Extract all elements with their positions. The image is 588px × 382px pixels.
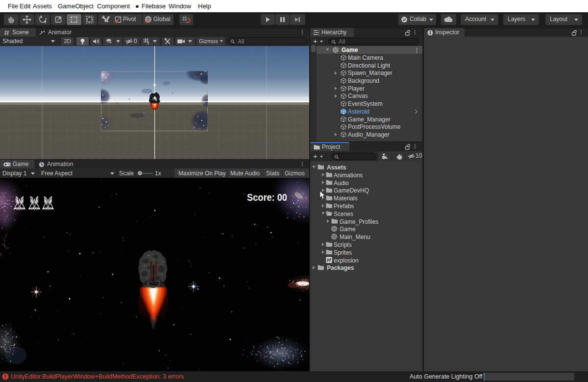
svg-text:Spawn_Manager: Spawn_Manager [348, 70, 392, 76]
svg-text:GameDevHQ: GameDevHQ [334, 187, 369, 194]
svg-text:Directional Light: Directional Light [348, 62, 391, 69]
svg-text:PostProcessVolume: PostProcessVolume [348, 123, 401, 130]
svg-text:Asteroid: Asteroid [348, 108, 369, 115]
svg-text:Sprites: Sprites [334, 249, 352, 256]
svg-text:Main_Menu: Main_Menu [340, 234, 370, 240]
svg-text:Main Camera: Main Camera [348, 54, 383, 61]
svg-text:Materials: Materials [334, 195, 358, 202]
svg-text:Score: 00: Score: 00 [247, 192, 287, 203]
svg-text:Game_Manager: Game_Manager [348, 116, 391, 122]
svg-text:Assets: Assets [327, 164, 346, 171]
svg-text:Animations: Animations [334, 172, 363, 179]
svg-text:Audio_Manager: Audio_Manager [348, 131, 390, 138]
svg-text:Game_Profiles: Game_Profiles [340, 218, 378, 225]
svg-text:⋮: ⋮ [414, 48, 419, 53]
svg-text:Background: Background [348, 77, 379, 84]
svg-text:Prefabs: Prefabs [334, 203, 354, 210]
svg-text:explosion: explosion [334, 257, 359, 264]
svg-text:Packages: Packages [327, 264, 354, 271]
svg-text:Scripts: Scripts [334, 241, 352, 248]
svg-text:Game: Game [342, 47, 358, 53]
svg-text:EventSystem: EventSystem [348, 100, 383, 107]
svg-text:Audio: Audio [334, 180, 349, 187]
svg-text:Canvas: Canvas [348, 93, 368, 99]
svg-text:Scenes: Scenes [334, 211, 353, 217]
svg-text:Game: Game [340, 226, 356, 233]
svg-text:Player: Player [348, 85, 365, 92]
